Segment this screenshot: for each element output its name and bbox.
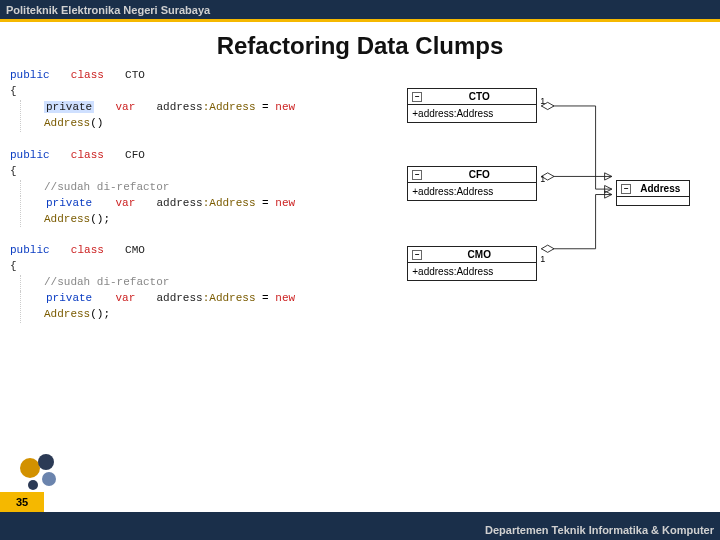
page-number: 35 — [0, 492, 44, 512]
code-block-cfo: public class CFO { //sudah di-refactor p… — [10, 148, 372, 228]
content-area: public class CTO { private var address:A… — [0, 68, 720, 339]
multiplicity: 1 — [540, 254, 545, 264]
uml-class-name: CMO — [426, 249, 532, 260]
keyword-class: class — [71, 149, 104, 161]
class-name-cto: CTO — [125, 69, 145, 81]
uml-attr: +address:Address — [408, 263, 536, 280]
collapse-icon[interactable]: − — [412, 250, 422, 260]
eq: = — [256, 197, 276, 209]
uml-column: − CTO +address:Address 1 − CFO +address:… — [382, 68, 710, 339]
code-block-cmo: public class CMO { //sudah di-refactor p… — [10, 243, 372, 323]
code-line: //sudah di-refactor — [10, 180, 372, 196]
uml-class-name: CFO — [426, 169, 532, 180]
field-ident: address — [156, 101, 202, 113]
parens-semi: (); — [90, 213, 110, 225]
uml-class-address: − Address — [616, 180, 690, 206]
code-line: //sudah di-refactor — [10, 275, 372, 291]
field-type: Address — [209, 197, 255, 209]
keyword-private: private — [44, 197, 94, 209]
uml-class-name: CTO — [426, 91, 532, 102]
eq: = — [256, 101, 276, 113]
parens-semi: (); — [90, 308, 110, 320]
ctor-call: Address — [44, 117, 90, 129]
brace-open: { — [10, 84, 372, 100]
slide-title: Refactoring Data Clumps — [0, 32, 720, 60]
code-line: public class CMO — [10, 243, 372, 259]
code-line: private var address:Address = new Addres… — [10, 100, 372, 132]
code-line: public class CTO — [10, 68, 372, 84]
multiplicity: 1 — [540, 96, 545, 106]
svg-marker-5 — [542, 245, 555, 252]
keyword-var: var — [115, 197, 135, 209]
field-type: Address — [209, 292, 255, 304]
uml-class-cmo: − CMO +address:Address — [407, 246, 537, 281]
keyword-private: private — [44, 292, 94, 304]
comment: //sudah di-refactor — [44, 181, 169, 193]
ctor-call: Address — [44, 213, 90, 225]
keyword-class: class — [71, 69, 104, 81]
code-line: public class CFO — [10, 148, 372, 164]
eq: = — [256, 292, 276, 304]
keyword-new: new — [275, 101, 295, 113]
org-name: Politeknik Elektronika Negeri Surabaya — [6, 4, 210, 16]
code-line: private var address:Address = new Addres… — [10, 196, 372, 228]
dept-name: Departemen Teknik Informatika & Komputer — [485, 524, 714, 536]
keyword-public: public — [10, 69, 50, 81]
keyword-new: new — [275, 292, 295, 304]
keyword-var: var — [115, 101, 135, 113]
keyword-public: public — [10, 149, 50, 161]
keyword-new: new — [275, 197, 295, 209]
collapse-icon[interactable]: − — [412, 92, 422, 102]
field-type: Address — [209, 101, 255, 113]
multiplicity: 1 — [540, 174, 545, 184]
comment: //sudah di-refactor — [44, 276, 169, 288]
uml-class-name: Address — [635, 183, 685, 194]
class-name-cmo: CMO — [125, 244, 145, 256]
keyword-class: class — [71, 244, 104, 256]
footer-bar: Departemen Teknik Informatika & Komputer — [0, 512, 720, 540]
class-name-cfo: CFO — [125, 149, 145, 161]
keyword-var: var — [115, 292, 135, 304]
code-column: public class CTO { private var address:A… — [10, 68, 372, 339]
parens: () — [90, 117, 103, 129]
keyword-private: private — [44, 101, 94, 113]
collapse-icon[interactable]: − — [412, 170, 422, 180]
brace-open: { — [10, 164, 372, 180]
collapse-icon[interactable]: − — [621, 184, 631, 194]
svg-marker-2 — [605, 191, 612, 198]
field-ident: address — [156, 292, 202, 304]
brace-open: { — [10, 259, 372, 275]
uml-attr: +address:Address — [408, 183, 536, 200]
uml-class-cfo: − CFO +address:Address — [407, 166, 537, 201]
svg-marker-1 — [605, 173, 612, 180]
field-ident: address — [156, 197, 202, 209]
keyword-public: public — [10, 244, 50, 256]
uml-attr: +address:Address — [408, 105, 536, 122]
uml-class-cto: − CTO +address:Address — [407, 88, 537, 123]
code-line: private var address:Address = new Addres… — [10, 291, 372, 323]
header-bar: Politeknik Elektronika Negeri Surabaya — [0, 0, 720, 22]
ctor-call: Address — [44, 308, 90, 320]
svg-marker-0 — [605, 185, 612, 192]
code-block-cto: public class CTO { private var address:A… — [10, 68, 372, 132]
